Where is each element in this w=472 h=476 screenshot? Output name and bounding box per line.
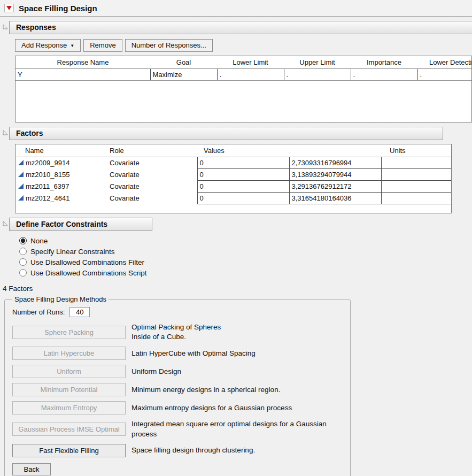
fast-flexible-filling-button[interactable]: Fast Flexible Filling <box>12 444 126 457</box>
back-button[interactable]: Back <box>12 463 51 475</box>
radio-disallowed-filter[interactable] <box>19 258 27 266</box>
continuous-factor-icon <box>18 195 24 201</box>
number-of-runs-row: Number of Runs: <box>12 307 344 317</box>
dropdown-caret-icon: ▼ <box>70 43 74 48</box>
constraint-option-none: None <box>19 236 472 245</box>
factor-value-low[interactable]: 0 <box>197 192 289 204</box>
factor-value-high[interactable]: 3,13893294079944 <box>289 168 381 180</box>
factor-role[interactable]: Covariate <box>107 192 197 204</box>
disclosure-triangle-icon[interactable] <box>2 129 9 137</box>
continuous-factor-icon <box>18 183 24 189</box>
lower-detection-cell[interactable]: . <box>417 68 472 80</box>
response-row: Y Maximize . . . . <box>16 68 472 80</box>
factor-units[interactable] <box>381 192 452 204</box>
factors-section-header: Factors <box>0 127 472 140</box>
responses-table: Response Name Goal Lower Limit Upper Lim… <box>15 56 472 122</box>
title-bar: Space Filling Design <box>0 0 472 17</box>
gaussian-process-imse-button[interactable]: Gaussian Process IMSE Optimal <box>12 423 126 436</box>
column-header-lower-detection: Lower Detection <box>417 56 472 68</box>
methods-groupbox: Space Filling Design Methods Number of R… <box>4 295 351 476</box>
factor-value-low[interactable]: 0 <box>197 180 289 192</box>
column-header-importance: Importance <box>351 56 417 68</box>
factor-units[interactable] <box>381 180 452 192</box>
radio-disallowed-script[interactable] <box>19 269 27 277</box>
factor-name[interactable]: mz2012_4641 <box>26 194 69 202</box>
constraint-option-filter: Use Disallowed Combinations Filter <box>19 258 472 266</box>
factor-row: mz2012_4641 Covariate 0 3,31654180164036 <box>16 192 452 204</box>
minimum-potential-button[interactable]: Minimum Potential <box>12 383 126 396</box>
continuous-factor-icon <box>18 171 24 178</box>
lower-limit-cell[interactable]: . <box>217 68 284 80</box>
factor-row: mz2011_6397 Covariate 0 3,29136762912172 <box>16 180 452 192</box>
column-header-lower-limit: Lower Limit <box>217 56 284 68</box>
radio-label: Use Disallowed Combinations Script <box>30 269 147 277</box>
column-header-role: Role <box>107 144 197 157</box>
constraints-options: None Specify Linear Constraints Use Disa… <box>0 236 472 277</box>
radio-label: Specify Linear Constraints <box>30 248 115 256</box>
responses-section-header: Responses <box>0 21 472 34</box>
page-title: Space Filling Design <box>19 4 97 13</box>
factor-role[interactable]: Covariate <box>107 168 197 180</box>
sphere-packing-button[interactable]: Sphere Packing <box>12 326 126 339</box>
radio-label: Use Disallowed Combinations Filter <box>30 258 144 266</box>
column-header-upper-limit: Upper Limit <box>284 56 351 68</box>
add-response-button[interactable]: Add Response▼ <box>15 39 81 52</box>
latin-hypercube-button[interactable]: Latin Hypercube <box>12 347 126 360</box>
factor-name[interactable]: mz2009_9914 <box>26 159 69 167</box>
disclosure-triangle-icon[interactable] <box>2 24 9 32</box>
constraints-section-header: Define Factor Constraints <box>0 218 472 231</box>
column-header-units: Units <box>381 144 452 157</box>
maximum-entropy-button[interactable]: Maximum Entropy <box>12 401 126 414</box>
disclosure-triangle-icon[interactable] <box>2 220 9 228</box>
factors-count-label: 4 Factors <box>3 285 472 293</box>
uniform-button[interactable]: Uniform <box>12 365 126 378</box>
factors-table: Name Role Values Units mz2009_9914 Covar… <box>15 144 452 213</box>
factor-units[interactable] <box>381 168 452 180</box>
responses-toolbar: Add Response▼ Remove Number of Responses… <box>15 39 472 52</box>
radio-linear-constraints[interactable] <box>19 248 27 255</box>
factor-value-high[interactable]: 3,29136762912172 <box>289 180 381 192</box>
method-description: Uniform Design <box>131 367 344 377</box>
remove-response-button[interactable]: Remove <box>83 39 122 52</box>
method-description: Optimal Packing of Spheres Inside of a C… <box>131 323 344 342</box>
report-menu-icon[interactable] <box>4 4 14 12</box>
factors-section-title[interactable]: Factors <box>9 127 443 140</box>
runs-label: Number of Runs: <box>12 308 65 316</box>
factor-row: mz2010_8155 Covariate 0 3,13893294079944 <box>16 168 452 180</box>
method-description: Integrated mean square error optimal des… <box>131 419 344 439</box>
column-header-goal: Goal <box>150 56 217 68</box>
column-header-name: Name <box>16 144 107 157</box>
factor-value-high[interactable]: 3,31654180164036 <box>289 192 381 204</box>
constraints-section-title[interactable]: Define Factor Constraints <box>9 218 152 231</box>
column-header-response-name: Response Name <box>16 56 150 68</box>
factor-role[interactable]: Covariate <box>107 157 197 168</box>
factor-name[interactable]: mz2010_8155 <box>26 171 69 179</box>
radio-none[interactable] <box>19 237 27 244</box>
number-of-runs-input[interactable] <box>69 307 90 317</box>
method-description: Minimum energy designs in a spherical re… <box>131 385 344 395</box>
continuous-factor-icon <box>18 159 24 166</box>
radio-label: None <box>30 237 48 245</box>
factor-name[interactable]: mz2011_6397 <box>26 182 69 190</box>
upper-limit-cell[interactable]: . <box>284 68 351 80</box>
responses-section-title[interactable]: Responses <box>9 21 472 34</box>
method-description: Latin HyperCube with Optimal Spacing <box>131 349 344 358</box>
column-header-values: Values <box>197 144 289 157</box>
factor-value-high[interactable]: 2,73093316796994 <box>289 157 381 168</box>
methods-list: Sphere Packing Optimal Packing of Sphere… <box>12 323 344 457</box>
number-of-responses-button[interactable]: Number of Responses... <box>125 39 213 52</box>
importance-cell[interactable]: . <box>351 68 417 80</box>
factor-row: mz2009_9914 Covariate 0 2,73093316796994 <box>16 157 452 168</box>
methods-legend: Space Filling Design Methods <box>12 295 109 303</box>
response-name-cell[interactable]: Y <box>16 68 150 80</box>
method-description: Maximum entropy designs for a Gaussian p… <box>131 403 344 413</box>
constraint-option-linear: Specify Linear Constraints <box>19 247 472 256</box>
goal-cell[interactable]: Maximize <box>150 68 217 80</box>
factor-role[interactable]: Covariate <box>107 180 197 192</box>
constraint-option-script: Use Disallowed Combinations Script <box>19 268 472 277</box>
factor-value-low[interactable]: 0 <box>197 168 289 180</box>
method-description: Space filling design through clustering. <box>131 446 344 455</box>
factor-value-low[interactable]: 0 <box>197 157 289 168</box>
factor-units[interactable] <box>381 157 452 168</box>
